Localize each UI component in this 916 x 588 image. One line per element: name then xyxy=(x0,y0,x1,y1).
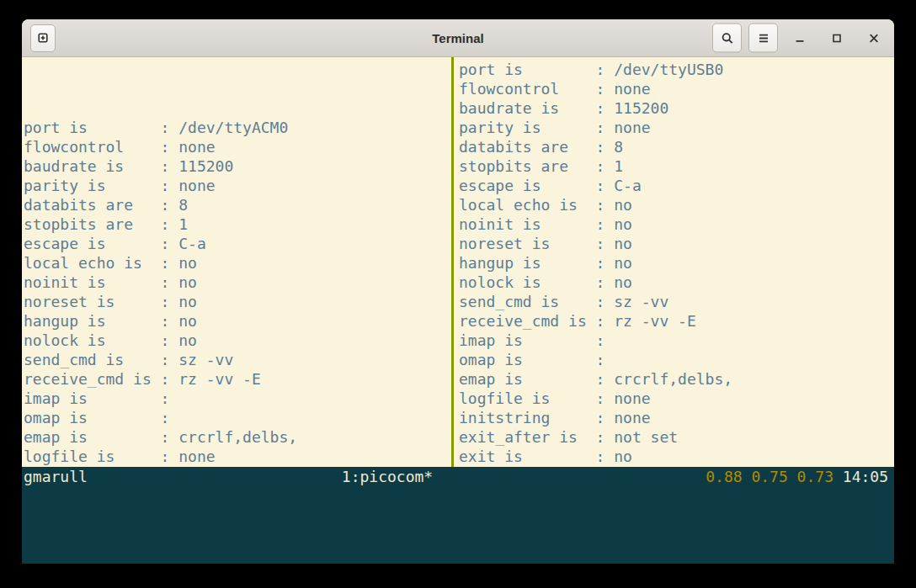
titlebar-controls xyxy=(712,24,889,53)
window-list-item[interactable]: 1:picocom* xyxy=(342,467,433,486)
tmux-panes: port is : /dev/ttyACM0flowcontrol : none… xyxy=(22,57,894,467)
terminal-line: port is : /dev/ttyACM0 xyxy=(24,118,451,137)
window-title: Terminal xyxy=(432,31,483,45)
terminal-line: escape is : C-a xyxy=(24,234,451,253)
terminal-line: hangup is : no xyxy=(459,253,894,273)
terminal-line: send_cmd is : sz -vv xyxy=(459,292,894,311)
terminal-line: stopbits are : 1 xyxy=(24,215,451,234)
terminal-line: nolock is : no xyxy=(459,273,894,292)
terminal-line: flowcontrol : none xyxy=(459,79,894,98)
terminal-line: logfile is : none xyxy=(459,389,894,408)
terminal-line: baudrate is : 115200 xyxy=(24,156,451,176)
close-button[interactable] xyxy=(859,24,889,53)
terminal-line: exit is : no xyxy=(459,447,894,466)
tmux-status-bar: gmarull 1:picocom* 0.88 0.75 0.73 14:05 xyxy=(22,467,894,564)
pane-right-picocom[interactable]: port is : /dev/ttyUSB0flowcontrol : none… xyxy=(454,57,894,467)
terminal-content: port is : /dev/ttyACM0flowcontrol : none… xyxy=(22,57,894,564)
terminal-line: noreset is : no xyxy=(24,292,451,311)
terminal-line: flowcontrol : none xyxy=(24,137,451,156)
pane-left-picocom[interactable]: port is : /dev/ttyACM0flowcontrol : none… xyxy=(22,57,451,467)
terminal-line: hangup is : no xyxy=(24,311,451,331)
close-icon xyxy=(867,31,881,45)
terminal-line: logfile is : none xyxy=(24,447,451,466)
status-right: 0.88 0.75 0.73 14:05 xyxy=(706,467,888,486)
terminal-line: parity is : none xyxy=(24,176,451,195)
terminal-line: receive_cmd is : rz -vv -E xyxy=(459,311,894,331)
titlebar[interactable]: Terminal xyxy=(22,19,894,57)
terminal-line: databits are : 8 xyxy=(459,137,894,156)
terminal-line: parity is : none xyxy=(459,118,894,137)
maximize-icon xyxy=(830,31,844,45)
minimize-button[interactable] xyxy=(785,24,815,53)
terminal-window: Terminal xyxy=(22,19,894,564)
tab-new-icon xyxy=(36,31,50,45)
terminal-line: send_cmd is : sz -vv xyxy=(24,350,451,369)
search-button[interactable] xyxy=(712,24,742,53)
menu-button[interactable] xyxy=(748,24,778,53)
terminal-line: baudrate is : 115200 xyxy=(459,98,894,118)
terminal-line: local echo is : no xyxy=(459,195,894,215)
search-icon xyxy=(721,31,734,45)
hamburger-menu-icon xyxy=(757,31,770,45)
terminal-line: exit_after is : not set xyxy=(459,427,894,447)
terminal-line: imap is : xyxy=(24,389,451,408)
terminal-line: initstring : none xyxy=(459,408,894,427)
terminal-line: omap is : xyxy=(24,408,451,427)
terminal-line: escape is : C-a xyxy=(459,176,894,195)
maximize-button[interactable] xyxy=(822,24,852,53)
terminal-line: receive_cmd is : rz -vv -E xyxy=(24,369,451,389)
load-average: 0.88 0.75 0.73 xyxy=(706,468,833,485)
terminal-line: omap is : xyxy=(459,350,894,369)
clock: 14:05 xyxy=(843,468,888,485)
session-name: gmarull xyxy=(24,467,88,486)
minimize-icon xyxy=(793,31,807,45)
terminal-line: noinit is : no xyxy=(24,273,451,292)
terminal-line: local echo is : no xyxy=(24,253,451,273)
terminal-line: databits are : 8 xyxy=(24,195,451,215)
terminal-line: emap is : crcrlf,delbs, xyxy=(459,369,894,389)
terminal-line: noreset is : no xyxy=(459,234,894,253)
terminal-line: nolock is : no xyxy=(24,331,451,350)
terminal-line: stopbits are : 1 xyxy=(459,156,894,176)
terminal-line: noinit is : no xyxy=(459,215,894,234)
terminal-line: port is : /dev/ttyUSB0 xyxy=(459,60,894,79)
new-tab-button[interactable] xyxy=(30,24,56,52)
terminal-line: emap is : crcrlf,delbs, xyxy=(24,427,451,447)
terminal-line: imap is : xyxy=(459,331,894,350)
